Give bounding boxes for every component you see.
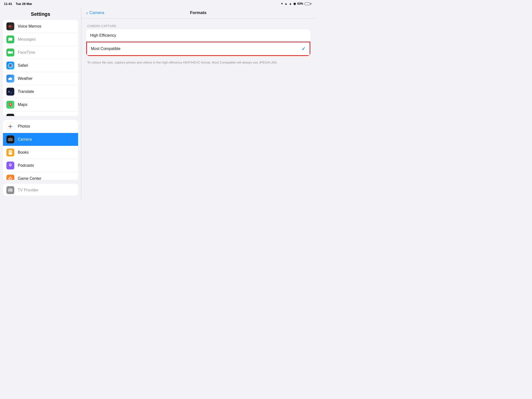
books-icon bbox=[6, 149, 14, 156]
svg-text:A: A bbox=[8, 90, 10, 93]
main-layout: Settings Voice Memos bbox=[0, 7, 315, 200]
photos-icon bbox=[6, 122, 14, 130]
svg-point-33 bbox=[10, 179, 11, 180]
svg-point-12 bbox=[9, 78, 12, 80]
svg-point-30 bbox=[8, 178, 10, 179]
books-label: Books bbox=[18, 150, 29, 155]
svg-rect-35 bbox=[9, 188, 12, 189]
voice-memos-label: Voice Memos bbox=[18, 24, 41, 29]
status-indicators: ✦ ▲ ▲ ◉ 63% bbox=[281, 2, 311, 5]
weather-label: Weather bbox=[18, 76, 33, 81]
sidebar-item-books[interactable]: Books bbox=[3, 146, 78, 159]
svg-text:S: S bbox=[9, 190, 10, 191]
photos-label: Photos bbox=[18, 124, 30, 129]
sidebar-group-3: S TV Provider bbox=[3, 184, 78, 196]
sidebar-group-2: Photos Camera bbox=[3, 120, 78, 180]
svg-point-29 bbox=[10, 164, 11, 165]
helper-text: To reduce file size, capture photos and … bbox=[86, 59, 310, 66]
option-high-efficiency[interactable]: High Efficiency bbox=[86, 29, 310, 42]
sidebar-item-camera[interactable]: Camera bbox=[3, 133, 78, 146]
status-bar: 11:41 Tue 28 Mar ✦ ▲ ▲ ◉ 63% bbox=[0, 0, 315, 7]
location-icon: ▲ bbox=[284, 2, 287, 5]
selected-checkmark: ✓ bbox=[301, 46, 306, 52]
most-compatible-label: Most Compatible bbox=[91, 47, 120, 51]
svg-rect-3 bbox=[11, 25, 11, 27]
measure-label: Measure bbox=[18, 116, 33, 116]
game-center-icon bbox=[6, 175, 14, 180]
svg-rect-26 bbox=[9, 150, 12, 155]
svg-point-15 bbox=[10, 104, 11, 105]
sidebar-item-voice-memos[interactable]: Voice Memos bbox=[3, 20, 78, 33]
wifi-icon: ▲ bbox=[289, 2, 292, 5]
weather-icon bbox=[6, 75, 14, 83]
maps-label: Maps bbox=[18, 102, 27, 107]
facetime-icon bbox=[6, 49, 14, 56]
tv-provider-label: TV Provider bbox=[18, 188, 38, 192]
sidebar-item-messages[interactable]: Messages bbox=[3, 33, 78, 46]
sidebar-title: Settings bbox=[0, 7, 81, 20]
messages-label: Messages bbox=[18, 37, 36, 42]
option-most-compatible[interactable]: Most Compatible ✓ bbox=[86, 42, 310, 56]
back-button[interactable]: ‹ Camera bbox=[86, 10, 104, 15]
svg-text:A: A bbox=[10, 91, 12, 94]
sidebar-item-translate[interactable]: A A Translate bbox=[3, 85, 78, 98]
detail-content: CAMERA CAPTURE High Efficiency Most Comp… bbox=[81, 18, 315, 72]
back-chevron-icon: ‹ bbox=[86, 10, 88, 15]
sidebar-item-game-center[interactable]: Game Center bbox=[3, 172, 78, 180]
svg-rect-2 bbox=[10, 25, 10, 28]
camera-label: Camera bbox=[18, 137, 32, 142]
status-time-date: 11:41 Tue 28 Mar bbox=[4, 2, 32, 6]
sidebar-item-tv-provider[interactable]: S TV Provider bbox=[3, 184, 78, 196]
status-date: Tue 28 Mar bbox=[16, 2, 32, 6]
svg-point-23 bbox=[10, 139, 11, 140]
detail-header: ‹ Camera Formats bbox=[81, 7, 315, 18]
podcasts-label: Podcasts bbox=[18, 163, 34, 168]
battery-icon bbox=[305, 2, 311, 5]
messages-icon bbox=[6, 35, 14, 43]
sidebar-group-1: Voice Memos Messages FaceTime bbox=[3, 20, 78, 116]
facetime-label: FaceTime bbox=[18, 50, 35, 55]
section-label: CAMERA CAPTURE bbox=[86, 24, 310, 29]
translate-label: Translate bbox=[18, 89, 34, 94]
battery-percent: 63% bbox=[297, 2, 303, 5]
camera-capture-options: High Efficiency Most Compatible ✓ bbox=[86, 29, 310, 56]
status-time: 11:41 bbox=[4, 2, 12, 6]
safari-label: Safari bbox=[18, 63, 28, 68]
high-efficiency-label: High Efficiency bbox=[90, 33, 116, 38]
sidebar-item-weather[interactable]: Weather bbox=[3, 72, 78, 85]
svg-rect-5 bbox=[12, 26, 13, 27]
svg-point-32 bbox=[10, 177, 11, 178]
signal-icon: ✦ bbox=[281, 2, 283, 5]
svg-rect-0 bbox=[8, 26, 9, 27]
sidebar-item-measure[interactable]: Measure bbox=[3, 111, 78, 116]
back-label: Camera bbox=[89, 10, 104, 15]
sidebar: Settings Voice Memos bbox=[0, 7, 81, 200]
network-icon: ◉ bbox=[293, 2, 296, 5]
game-center-label: Game Center bbox=[18, 176, 41, 180]
podcasts-icon bbox=[6, 162, 14, 169]
maps-icon bbox=[6, 101, 14, 109]
svg-rect-4 bbox=[11, 26, 12, 27]
camera-icon bbox=[6, 135, 14, 143]
voice-memos-icon bbox=[6, 22, 14, 30]
svg-rect-1 bbox=[9, 25, 10, 28]
svg-point-31 bbox=[11, 178, 12, 179]
sidebar-item-safari[interactable]: Safari bbox=[3, 59, 78, 72]
sidebar-item-photos[interactable]: Photos bbox=[3, 120, 78, 133]
svg-rect-24 bbox=[10, 138, 11, 138]
sidebar-item-facetime[interactable]: FaceTime bbox=[3, 46, 78, 59]
translate-icon: A A bbox=[6, 88, 14, 96]
sidebar-item-podcasts[interactable]: Podcasts bbox=[3, 159, 78, 172]
svg-rect-6 bbox=[8, 51, 11, 54]
detail-title: Formats bbox=[190, 10, 206, 15]
safari-icon bbox=[6, 62, 14, 69]
tv-provider-icon: S bbox=[6, 186, 14, 194]
measure-icon bbox=[6, 114, 14, 116]
detail-panel: ‹ Camera Formats CAMERA CAPTURE High Eff… bbox=[81, 7, 315, 200]
sidebar-item-maps[interactable]: Maps bbox=[3, 98, 78, 111]
